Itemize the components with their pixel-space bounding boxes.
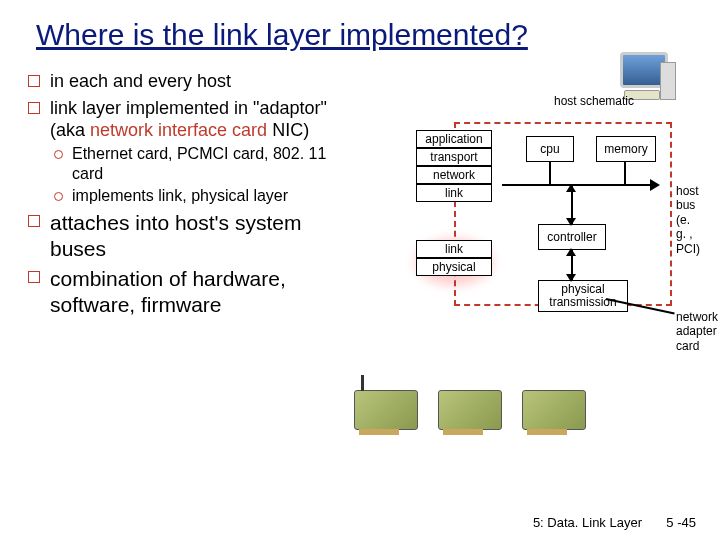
wireless-card-icon: [354, 390, 418, 430]
host-schematic-label: host schematic: [554, 94, 634, 108]
stack-link-upper: link: [416, 184, 492, 202]
physical-transmission-box: physical transmission: [538, 280, 628, 312]
protocol-stack: application transport network link link …: [416, 130, 492, 276]
bus-line: [502, 184, 652, 186]
host-bus-label: host bus (e. g. , PCI): [676, 184, 700, 256]
memory-box: memory: [596, 136, 656, 162]
stack-transport: transport: [416, 148, 492, 166]
bullet-item: combination of hardware, software, firmw…: [28, 266, 348, 319]
slide: Where is the link layer implemented? in …: [0, 0, 720, 540]
controller-box: controller: [538, 224, 606, 250]
arrow-up-icon: [566, 248, 576, 256]
nic-card-images: [354, 390, 586, 430]
connector-line: [624, 162, 626, 184]
stack-link-lower: link: [416, 240, 492, 258]
slide-title: Where is the link layer implemented?: [36, 18, 692, 52]
bullet-column: in each and every host link layer implem…: [28, 70, 348, 323]
slide-body: in each and every host link layer implem…: [28, 70, 692, 323]
bullet-item: link layer implemented in "adaptor" (aka…: [28, 97, 348, 206]
arrow-up-icon: [566, 184, 576, 192]
stack-physical: physical: [416, 258, 492, 276]
bullet-text: in each and every host: [50, 71, 231, 91]
host-box: application transport network link link …: [454, 122, 672, 306]
ethernet-card-icon: [438, 390, 502, 430]
pc-card-icon: [522, 390, 586, 430]
subbullet-item: implements link, physical layer: [50, 186, 348, 206]
arrow-down-icon: [566, 274, 576, 282]
bullet-item: attaches into host's system buses: [28, 210, 348, 263]
bullet-item: in each and every host: [28, 70, 348, 93]
bullet-text: attaches into host's system buses: [50, 211, 301, 260]
bullet-highlight: network interface card: [90, 120, 267, 140]
diagram-area: host schematic application transport net…: [354, 70, 692, 323]
subbullet-text: Ethernet card, PCMCI card, 802. 11 card: [72, 145, 326, 182]
nic-label: network adapter card: [676, 310, 718, 353]
subbullet-item: Ethernet card, PCMCI card, 802. 11 card: [50, 144, 348, 184]
connector-line: [549, 162, 551, 184]
stack-application: application: [416, 130, 492, 148]
subbullet-text: implements link, physical layer: [72, 187, 288, 204]
footer-chapter: 5: Data. Link Layer: [533, 515, 642, 530]
bus-arrowhead-icon: [650, 179, 660, 191]
arrow-down-icon: [566, 218, 576, 226]
cpu-box: cpu: [526, 136, 574, 162]
bullet-text: combination of hardware, software, firmw…: [50, 267, 286, 316]
footer-page: 5 -45: [666, 515, 696, 530]
bullet-text: NIC): [267, 120, 309, 140]
stack-network: network: [416, 166, 492, 184]
